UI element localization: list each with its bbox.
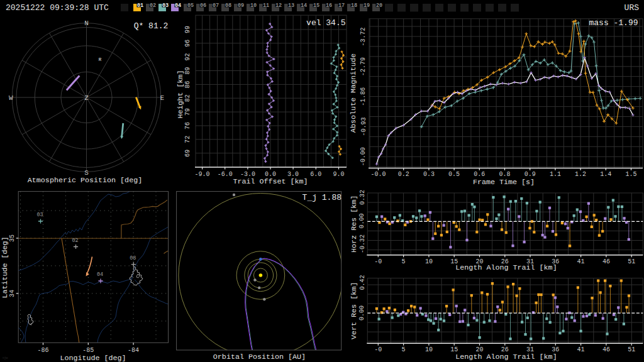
svg-text:N: N <box>84 19 89 27</box>
svg-text:12: 12 <box>275 3 282 9</box>
svg-text:15: 15 <box>450 346 458 353</box>
svg-text:-0.0: -0.0 <box>370 171 386 178</box>
svg-text:-1.86: -1.86 <box>360 87 367 106</box>
svg-text:04: 04 <box>97 272 103 278</box>
svg-text:10: 10 <box>250 3 257 9</box>
svg-text:96: 96 <box>184 40 191 47</box>
svg-text:0.00: 0.00 <box>359 305 366 321</box>
svg-text:36: 36 <box>552 346 559 353</box>
svg-text:Length Along Trail [km]: Length Along Trail [km] <box>455 263 557 272</box>
svg-text:6.0: 6.0 <box>310 171 321 178</box>
svg-text:Z: Z <box>84 94 89 102</box>
svg-text:0.00: 0.00 <box>359 214 366 229</box>
svg-text:1.2: 1.2 <box>575 171 586 178</box>
svg-text:41: 41 <box>577 258 585 265</box>
svg-text:R: R <box>99 57 102 62</box>
svg-text:99: 99 <box>184 26 191 33</box>
svg-text:03: 03 <box>36 212 43 218</box>
svg-text:0.2: 0.2 <box>398 171 409 178</box>
svg-text:Absolute Magnitude: Absolute Magnitude <box>349 53 358 133</box>
svg-text:72: 72 <box>184 136 191 143</box>
svg-text:-6.0: -6.0 <box>218 171 233 178</box>
svg-text:10: 10 <box>425 258 433 265</box>
svg-text:mass -1.99: mass -1.99 <box>589 18 638 28</box>
svg-text:Q* 81.2: Q* 81.2 <box>134 21 169 31</box>
svg-text:-84: -84 <box>128 347 139 354</box>
svg-text:Length Along Trail [km]: Length Along Trail [km] <box>455 353 557 361</box>
svg-text:05: 05 <box>187 3 194 9</box>
svg-text:08: 08 <box>130 255 136 261</box>
svg-text:89: 89 <box>184 67 191 74</box>
svg-text:20251222 09:39:28 UTC: 20251222 09:39:28 UTC <box>6 3 109 13</box>
svg-text:86: 86 <box>184 80 191 88</box>
svg-text:-0: -0 <box>374 258 382 265</box>
svg-text:41: 41 <box>577 346 585 353</box>
svg-text:08: 08 <box>225 3 231 9</box>
svg-text:09: 09 <box>238 3 244 9</box>
svg-text:0.8: 0.8 <box>499 171 510 178</box>
svg-text:16: 16 <box>326 3 332 9</box>
svg-text:njw: njw <box>3 356 8 359</box>
svg-text:26: 26 <box>501 346 509 353</box>
svg-text:-2.79: -2.79 <box>360 57 367 76</box>
svg-text:13: 13 <box>288 3 294 9</box>
svg-text:-0: -0 <box>374 346 382 353</box>
svg-text:0.32: 0.32 <box>359 190 366 205</box>
svg-text:20: 20 <box>376 3 382 9</box>
svg-text:Latitude [deg]: Latitude [deg] <box>1 236 9 298</box>
svg-text:51: 51 <box>628 346 635 353</box>
svg-text:Height [km]: Height [km] <box>176 70 185 118</box>
svg-text:17: 17 <box>338 3 345 9</box>
svg-text:1.1: 1.1 <box>550 171 561 178</box>
svg-text:vel 34.5: vel 34.5 <box>306 18 345 28</box>
svg-text:46: 46 <box>602 346 610 353</box>
svg-text:Atmospheric Position [deg]: Atmospheric Position [deg] <box>28 176 142 185</box>
svg-text:07: 07 <box>213 3 219 9</box>
svg-text:5: 5 <box>402 258 406 265</box>
svg-text:Orbital Position [AU]: Orbital Position [AU] <box>213 353 306 361</box>
svg-text:E: E <box>160 94 164 102</box>
svg-text:51: 51 <box>628 258 635 265</box>
svg-text:0.42: 0.42 <box>359 275 366 290</box>
svg-text:79: 79 <box>184 108 191 116</box>
svg-text:0.3: 0.3 <box>423 171 435 178</box>
svg-text:Longitude [deg]: Longitude [deg] <box>60 354 126 362</box>
svg-text:Horz Res [km]: Horz Res [km] <box>350 195 359 253</box>
svg-text:Frame Time [s]: Frame Time [s] <box>473 178 535 187</box>
svg-text:18: 18 <box>351 3 357 9</box>
svg-text:20: 20 <box>475 346 483 353</box>
svg-text:-9.0: -9.0 <box>195 171 210 178</box>
svg-text:02: 02 <box>72 238 78 244</box>
svg-text:0.5: 0.5 <box>448 171 460 178</box>
svg-text:19: 19 <box>364 3 370 9</box>
svg-text:15: 15 <box>313 3 319 9</box>
svg-text:-0.32: -0.32 <box>359 234 366 253</box>
svg-text:35: 35 <box>9 234 16 242</box>
svg-text:-3.72: -3.72 <box>360 27 367 46</box>
svg-text:01: 01 <box>137 3 143 9</box>
svg-text:34: 34 <box>9 290 16 297</box>
svg-text:Vert Res [km]: Vert Res [km] <box>350 282 359 339</box>
svg-text:1.4: 1.4 <box>600 171 611 178</box>
svg-text:82: 82 <box>184 94 191 102</box>
svg-text:46: 46 <box>602 258 610 265</box>
svg-text:-0.93: -0.93 <box>360 117 367 136</box>
svg-text:Trail Offset [km]: Trail Offset [km] <box>233 177 308 186</box>
svg-text:-85: -85 <box>82 347 94 354</box>
svg-text:10: 10 <box>425 346 433 353</box>
svg-text:06: 06 <box>200 3 206 9</box>
svg-text:03: 03 <box>162 3 169 9</box>
svg-text:02: 02 <box>150 3 156 9</box>
svg-text:W: W <box>9 94 13 102</box>
svg-text:76: 76 <box>184 122 191 129</box>
svg-text:-0.00: -0.00 <box>360 147 367 166</box>
svg-text:69: 69 <box>184 150 191 157</box>
svg-text:11: 11 <box>263 3 269 9</box>
svg-text:0.9: 0.9 <box>525 171 536 178</box>
svg-text:04: 04 <box>175 3 181 9</box>
svg-text:T_j 1.88: T_j 1.88 <box>303 193 341 202</box>
svg-text:0.6: 0.6 <box>474 171 485 178</box>
svg-text:5: 5 <box>402 346 406 353</box>
svg-text:92: 92 <box>184 53 191 61</box>
svg-text:14: 14 <box>301 3 307 9</box>
